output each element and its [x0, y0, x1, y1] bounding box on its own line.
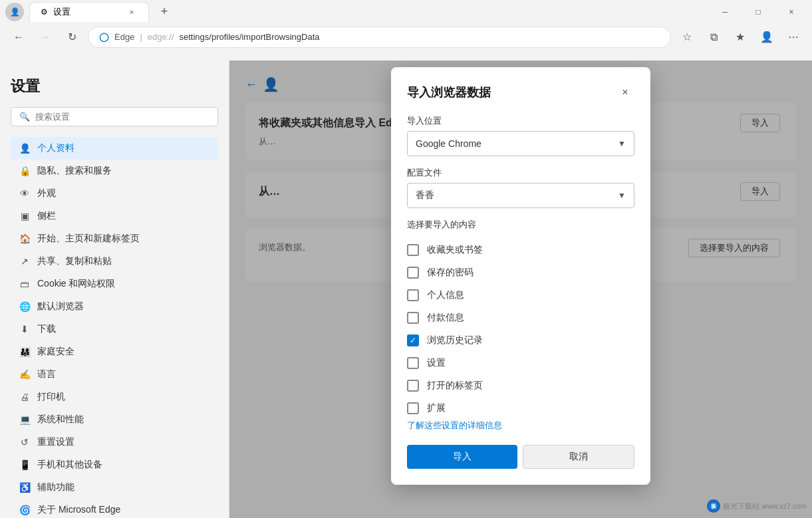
profile-button[interactable]: 👤	[756, 27, 777, 48]
checkbox-item-extensions[interactable]: 扩展	[407, 397, 634, 420]
checkbox-item-passwords[interactable]: 保存的密码	[407, 261, 634, 284]
search-input[interactable]	[35, 112, 209, 122]
restore-button[interactable]: □	[743, 2, 773, 22]
dialog-title: 导入浏览器数据	[407, 84, 491, 100]
sidebar-item-start[interactable]: 🏠 开始、主页和新建标签页	[11, 227, 218, 250]
checkbox-label-passwords: 保存的密码	[427, 267, 474, 279]
watermark-text: 极光下载站	[723, 501, 759, 511]
settings-sidebar: 设置 🔍 👤 个人资料 🔒 隐私、搜索和服务 👁 外观 ▣ 侧栏 🏠 开始、主页…	[0, 61, 229, 518]
sidebar-item-cookies[interactable]: 🗃 Cookie 和网站权限	[11, 273, 218, 295]
sidebar-item-label: 隐私、搜索和服务	[37, 165, 112, 177]
forward-button[interactable]: →	[35, 27, 56, 48]
family-icon: 👨‍👩‍👧	[19, 346, 31, 358]
close-button[interactable]: ×	[776, 2, 807, 22]
address-bar: ← → ↻ ◯ Edge | edge://settings/profiles/…	[0, 23, 812, 51]
sidebar-item-label: Cookie 和网站权限	[37, 278, 115, 290]
checkbox-tabs[interactable]	[407, 380, 419, 392]
checkbox-label-settings: 设置	[427, 357, 446, 369]
checkbox-personal[interactable]	[407, 289, 419, 301]
sidebar-item-label: 手机和其他设备	[37, 459, 102, 471]
sidebar-item-privacy[interactable]: 🔒 隐私、搜索和服务	[11, 160, 218, 182]
language-icon: ✍	[19, 368, 31, 380]
sidebar-item-system[interactable]: 💻 系统和性能	[11, 408, 218, 431]
sidebar-item-print[interactable]: 🖨 打印机	[11, 386, 218, 408]
profile-label: 配置文件	[407, 167, 634, 179]
sidebar-item-language[interactable]: ✍ 语言	[11, 363, 218, 386]
checkbox-passwords[interactable]	[407, 267, 419, 279]
checkbox-label-payment: 付款信息	[427, 312, 464, 324]
checkboxes-list: 收藏夹或书签 保存的密码 个人信息 付款信息 ✓ 浏览历史记录 设置 打开的标签…	[407, 239, 634, 420]
sidebar-item-label: 关于 Microsoft Edge	[37, 504, 120, 516]
sidebar-item-reset[interactable]: ↺ 重置设置	[11, 431, 218, 453]
address-path: settings/profiles/importBrowsingData	[180, 32, 320, 42]
sidebar-item-appearance[interactable]: 👁 外观	[11, 182, 218, 205]
sidebar-nav: 👤 个人资料 🔒 隐私、搜索和服务 👁 外观 ▣ 侧栏 🏠 开始、主页和新建标签…	[11, 137, 218, 518]
dialog-buttons: 导入 取消	[407, 445, 634, 469]
sidebar-item-download[interactable]: ⬇ 下载	[11, 318, 218, 340]
sidebar-item-profile[interactable]: 👤 个人资料	[11, 137, 218, 160]
edge-icon: ◯	[99, 32, 109, 42]
sidebar-item-label: 辅助功能	[37, 481, 74, 493]
start-icon: 🏠	[19, 233, 31, 245]
browser-tab[interactable]: ⚙ 设置 ×	[29, 2, 149, 22]
title-bar: 👤 ⚙ 设置 × + ─ □ ×	[0, 0, 812, 23]
checkbox-label-extensions: 扩展	[427, 402, 446, 414]
dialog-import-button[interactable]: 导入	[407, 445, 517, 469]
about-icon: 🌀	[19, 504, 31, 516]
reload-button[interactable]: ↻	[61, 27, 82, 48]
checkbox-favorites[interactable]	[407, 244, 419, 256]
sidebar-item-label: 下载	[37, 323, 56, 335]
print-icon: 🖨	[19, 391, 31, 403]
favorites-button[interactable]: ☆	[676, 27, 698, 48]
checkbox-label-history: 浏览历史记录	[427, 334, 483, 346]
checkbox-item-history[interactable]: ✓ 浏览历史记录	[407, 329, 634, 352]
chevron-down-icon: ▼	[618, 139, 626, 148]
tab-close-btn[interactable]: ×	[126, 6, 138, 18]
watermark-logo: 极	[707, 499, 720, 513]
system-icon: 💻	[19, 414, 31, 426]
import-dialog: 导入浏览器数据 × 导入位置 Google Chrome ▼ 配置文件 香香 ▼…	[391, 67, 650, 485]
dialog-close-button[interactable]: ×	[616, 83, 634, 102]
checkbox-item-tabs[interactable]: 打开的标签页	[407, 374, 634, 397]
sidebar-item-default[interactable]: 🌐 默认浏览器	[11, 295, 218, 318]
profile-select[interactable]: 香香 ▼	[407, 183, 634, 208]
address-input[interactable]: ◯ Edge | edge://settings/profiles/import…	[88, 27, 671, 48]
tab-icon: ⚙	[41, 7, 48, 17]
address-scheme: edge://	[148, 32, 174, 42]
back-button[interactable]: ←	[8, 27, 29, 48]
sidebar-item-share[interactable]: ↗ 共享、复制和粘贴	[11, 250, 218, 273]
search-box[interactable]: 🔍	[11, 107, 218, 126]
checkbox-item-settings[interactable]: 设置	[407, 352, 634, 374]
import-location-select[interactable]: Google Chrome ▼	[407, 131, 634, 156]
more-button[interactable]: ⋯	[783, 27, 804, 48]
split-view-button[interactable]: ⧉	[703, 27, 724, 48]
import-location-value: Google Chrome	[416, 138, 481, 149]
checkbox-item-personal[interactable]: 个人信息	[407, 284, 634, 307]
new-tab-button[interactable]: +	[154, 2, 174, 22]
accessibility-icon: ♿	[19, 481, 31, 493]
sidebar-item-label: 外观	[37, 188, 56, 199]
watermark-url: www.xz7.com	[762, 502, 807, 510]
sidebar-item-sidebar[interactable]: ▣ 侧栏	[11, 205, 218, 227]
sidebar-item-label: 开始、主页和新建标签页	[37, 233, 140, 245]
checkbox-settings[interactable]	[407, 357, 419, 369]
watermark: 极 极光下载站 www.xz7.com	[707, 499, 807, 513]
checkbox-payment[interactable]	[407, 312, 419, 324]
profile-icon: 👤	[19, 142, 31, 154]
learn-more-link[interactable]: 了解这些设置的详细信息	[407, 420, 634, 432]
sidebar-item-accessibility[interactable]: ♿ 辅助功能	[11, 476, 218, 499]
sidebar-item-label: 打印机	[37, 391, 65, 403]
collections-button[interactable]: ★	[730, 27, 751, 48]
minimize-button[interactable]: ─	[710, 2, 740, 22]
checkbox-history[interactable]: ✓	[407, 334, 419, 346]
sidebar-item-family[interactable]: 👨‍👩‍👧 家庭安全	[11, 340, 218, 363]
window-controls: ─ □ ×	[710, 2, 807, 22]
sidebar-item-about[interactable]: 🌀 关于 Microsoft Edge	[11, 499, 218, 518]
dialog-cancel-button[interactable]: 取消	[523, 445, 634, 469]
sidebar-item-mobile[interactable]: 📱 手机和其他设备	[11, 453, 218, 476]
profile-avatar[interactable]: 👤	[5, 3, 24, 21]
checkbox-item-payment[interactable]: 付款信息	[407, 307, 634, 329]
sidebar-item-label: 侧栏	[37, 210, 56, 222]
checkbox-item-favorites[interactable]: 收藏夹或书签	[407, 239, 634, 261]
checkbox-extensions[interactable]	[407, 402, 419, 414]
